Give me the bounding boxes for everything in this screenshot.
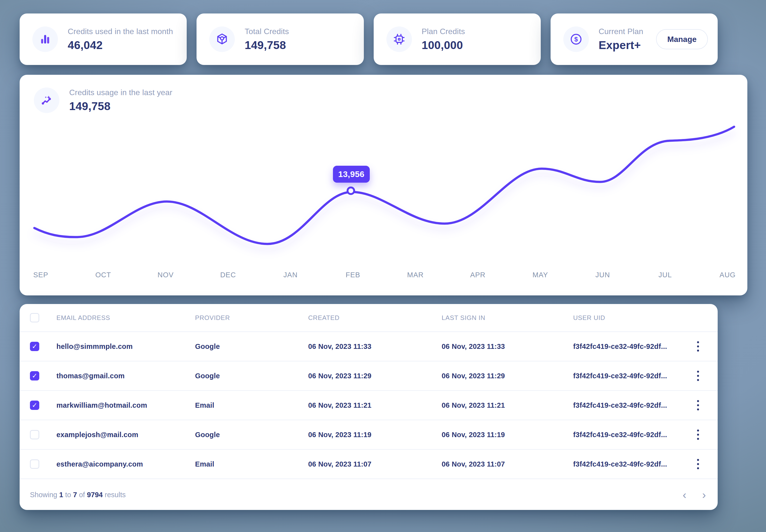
icon-circle: $ (563, 26, 589, 52)
icon-circle (209, 26, 235, 52)
row-actions-kebab-icon[interactable] (691, 397, 705, 414)
cell-last-sign-in: 06 Nov, 2023 11:21 (442, 401, 573, 409)
bar-chart-icon (38, 32, 52, 46)
table-row[interactable]: markwilliam@hotmail.com Email 06 Nov, 20… (20, 391, 718, 420)
month-label: FEB (346, 271, 360, 279)
cell-user-uid: f3f42fc419-ce32-49fc-92df... (573, 401, 688, 409)
cell-last-sign-in: 06 Nov, 2023 11:19 (442, 431, 573, 439)
manage-plan-button[interactable]: Manage (656, 29, 708, 49)
row-actions-kebab-icon[interactable] (691, 367, 705, 384)
row-checkbox[interactable] (30, 342, 39, 351)
icon-circle (386, 26, 412, 52)
cell-last-sign-in: 06 Nov, 2023 11:33 (442, 342, 573, 351)
cell-user-uid: f3f42fc419-ce32-49fc-92df... (573, 372, 688, 380)
cell-created: 06 Nov, 2023 11:29 (308, 372, 442, 380)
cube-icon (215, 32, 229, 46)
table-row[interactable]: thomas@gmail.com Google 06 Nov, 2023 11:… (20, 361, 718, 391)
stat-value: 149,758 (245, 38, 289, 52)
cell-created: 06 Nov, 2023 11:21 (308, 401, 442, 409)
table-row[interactable]: hello@simmmple.com Google 06 Nov, 2023 1… (20, 332, 718, 361)
chart-title: Credits usage in the last year (69, 88, 172, 97)
cell-created: 06 Nov, 2023 11:19 (308, 431, 442, 439)
row-checkbox[interactable] (30, 430, 39, 439)
row-actions-kebab-icon[interactable] (691, 338, 705, 355)
cell-provider: Google (195, 342, 308, 351)
row-checkbox[interactable] (30, 401, 39, 410)
results-from: 1 (59, 491, 63, 499)
month-label: OCT (95, 271, 111, 279)
cell-provider: Google (195, 372, 308, 380)
stat-value: 100,000 (422, 38, 465, 52)
credits-usage-chart-card: Credits usage in the last year 149,758 1… (20, 75, 747, 295)
next-page-button[interactable]: › (700, 488, 708, 501)
cell-email: hello@simmmple.com (56, 342, 195, 351)
chart-line (34, 127, 734, 244)
cell-user-uid: f3f42fc419-ce32-49fc-92df... (573, 431, 688, 439)
svg-text:$: $ (574, 36, 578, 43)
month-label: JUL (659, 271, 672, 279)
stat-label: Current Plan (599, 27, 643, 36)
cell-provider: Google (195, 431, 308, 439)
stats-row: Credits used in the last month 46,042 To… (20, 13, 718, 65)
cell-provider: Email (195, 460, 308, 468)
table-row[interactable]: examplejosh@mail.com Google 06 Nov, 2023… (20, 420, 718, 450)
stat-card-total-credits: Total Credits 149,758 (197, 13, 364, 65)
cell-email: examplejosh@mail.com (56, 431, 195, 439)
column-header-last-sign-in: LAST SIGN IN (442, 314, 573, 322)
stat-value: 46,042 (68, 38, 173, 52)
cell-created: 06 Nov, 2023 11:33 (308, 342, 442, 351)
column-header-created: CREATED (308, 314, 442, 322)
cell-provider: Email (195, 401, 308, 409)
chart-marker-feb[interactable] (348, 188, 354, 194)
month-label: JAN (283, 271, 298, 279)
row-actions-kebab-icon[interactable] (691, 456, 705, 473)
chip-icon (392, 32, 406, 46)
stat-card-current-plan: $ Current Plan Expert+ Manage (550, 13, 718, 65)
month-label: NOV (157, 271, 174, 279)
month-label: AUG (720, 271, 736, 279)
column-header-email: EMAIL ADDRESS (56, 314, 195, 322)
month-label: APR (470, 271, 485, 279)
month-label: MAR (407, 271, 423, 279)
cell-last-sign-in: 06 Nov, 2023 11:29 (442, 372, 573, 380)
month-label: SEP (33, 271, 48, 279)
dashboard-page: Credits used in the last month 46,042 To… (0, 0, 766, 532)
stat-label: Credits used in the last month (68, 27, 173, 36)
select-all-checkbox[interactable] (30, 313, 39, 322)
dollar-icon: $ (569, 32, 583, 46)
results-summary: Showing 1 to 7 of 9794 results (30, 491, 126, 499)
cell-user-uid: f3f42fc419-ce32-49fc-92df... (573, 342, 688, 351)
column-header-provider: PROVIDER (195, 314, 308, 322)
table-header-row: EMAIL ADDRESS PROVIDER CREATED LAST SIGN… (20, 304, 718, 332)
stat-value: Expert+ (599, 38, 643, 52)
month-label: DEC (220, 271, 236, 279)
trend-sparkle-icon (40, 93, 53, 107)
column-header-user-uid: USER UID (573, 314, 688, 322)
cell-created: 06 Nov, 2023 11:07 (308, 460, 442, 468)
users-table-card: EMAIL ADDRESS PROVIDER CREATED LAST SIGN… (20, 304, 718, 510)
stat-card-credits-used: Credits used in the last month 46,042 (20, 13, 187, 65)
chart-total-value: 149,758 (69, 100, 172, 113)
icon-circle (34, 88, 59, 113)
stat-label: Plan Credits (422, 27, 465, 36)
previous-page-button[interactable]: ‹ (681, 488, 688, 501)
cell-email: esthera@aicompany.com (56, 460, 195, 468)
chart-header: Credits usage in the last year 149,758 (34, 88, 172, 113)
month-axis: SEPOCTNOVDECJANFEBMARAPRMAYJUNJULAUG (20, 271, 747, 282)
stat-label: Total Credits (245, 27, 289, 36)
cell-user-uid: f3f42fc419-ce32-49fc-92df... (573, 460, 688, 468)
cell-email: markwilliam@hotmail.com (56, 401, 195, 409)
results-to: 7 (73, 491, 77, 499)
icon-circle (32, 26, 58, 52)
month-label: JUN (596, 271, 610, 279)
row-checkbox[interactable] (30, 459, 39, 469)
stat-card-plan-credits: Plan Credits 100,000 (374, 13, 541, 65)
month-label: MAY (532, 271, 548, 279)
cell-last-sign-in: 06 Nov, 2023 11:07 (442, 460, 573, 468)
pagination: ‹ › (681, 488, 708, 501)
cell-email: thomas@gmail.com (56, 372, 195, 380)
table-row[interactable]: esthera@aicompany.com Email 06 Nov, 2023… (20, 450, 718, 479)
row-checkbox[interactable] (30, 371, 39, 380)
row-actions-kebab-icon[interactable] (691, 426, 705, 443)
table-footer: Showing 1 to 7 of 9794 results ‹ › (20, 480, 718, 510)
